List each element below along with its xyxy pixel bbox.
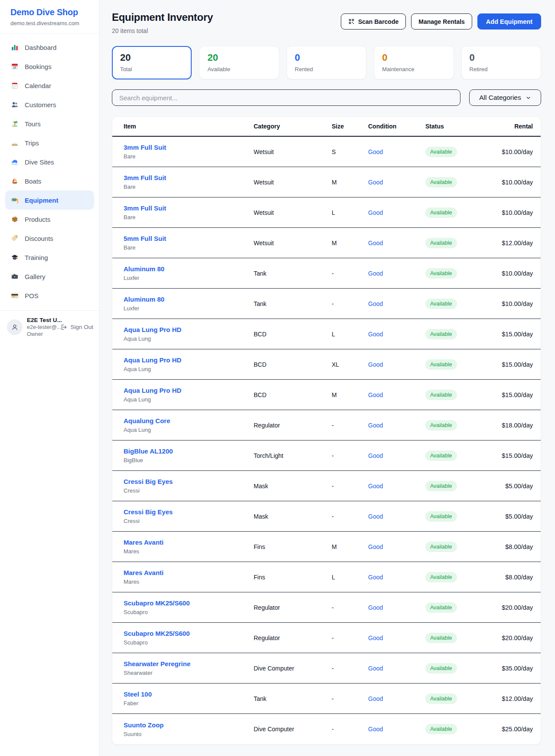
- equipment-size: L: [332, 331, 368, 338]
- sidebar-item-dashboard[interactable]: Dashboard: [5, 38, 94, 57]
- status-badge: Available: [425, 147, 457, 157]
- equipment-condition-link[interactable]: Good: [368, 422, 383, 429]
- equipment-item-link[interactable]: 3mm Full Suit: [124, 174, 166, 181]
- stat-value: 0: [295, 52, 358, 63]
- stat-value: 20: [207, 52, 271, 63]
- equipment-item-link[interactable]: Scubapro MK25/S600: [124, 630, 190, 637]
- equipment-item-brand: Cressi: [124, 518, 254, 524]
- column-header-category: Category: [254, 117, 332, 136]
- equipment-rental-rate: $18.00/day: [492, 422, 541, 429]
- status-badge: Available: [425, 177, 457, 187]
- users-icon: [10, 101, 19, 108]
- equipment-item-link[interactable]: Aqualung Core: [124, 417, 170, 424]
- table-header-row: Item Category Size Condition Status Rent…: [112, 117, 541, 137]
- page-header: Equipment Inventory 20 items total Scan …: [112, 11, 541, 34]
- table-row-aqua-lung-pro-hd-xl: Aqua Lung Pro HD Aqua Lung BCD XL Good A…: [112, 349, 541, 380]
- equipment-item-brand: Bare: [124, 214, 254, 220]
- chevron-down-icon: [526, 95, 531, 101]
- equipment-condition-link[interactable]: Good: [368, 452, 383, 459]
- stat-card-rented[interactable]: 0 Rented: [287, 46, 366, 79]
- stat-label: Available: [207, 66, 271, 72]
- equipment-item-link[interactable]: Steel 100: [124, 690, 152, 698]
- equipment-item-brand: Aqua Lung: [124, 396, 254, 403]
- equipment-size: -: [332, 483, 368, 490]
- equipment-category: Wetsuit: [254, 240, 332, 247]
- equipment-condition-link[interactable]: Good: [368, 179, 383, 186]
- equipment-condition-link[interactable]: Good: [368, 665, 383, 672]
- camera-icon: [10, 273, 19, 280]
- equipment-item-link[interactable]: Aluminum 80: [124, 296, 164, 303]
- equipment-condition-link[interactable]: Good: [368, 361, 383, 368]
- table-row-scubapro-mk25-s600-: Scubapro MK25/S600 Scubapro Regulator - …: [112, 592, 541, 623]
- status-badge: Available: [425, 390, 457, 400]
- sidebar-item-label: Equipment: [25, 197, 59, 204]
- manage-rentals-button[interactable]: Manage Rentals: [411, 13, 472, 30]
- equipment-condition-link[interactable]: Good: [368, 391, 383, 398]
- equipment-condition-link[interactable]: Good: [368, 300, 383, 307]
- table-row-5mm-full-suit-m: 5mm Full Suit Bare Wetsuit M Good Availa…: [112, 228, 541, 258]
- equipment-condition-link[interactable]: Good: [368, 240, 383, 247]
- add-equipment-button[interactable]: Add Equipment: [477, 13, 541, 30]
- add-equipment-label: Add Equipment: [486, 18, 532, 25]
- equipment-item-link[interactable]: Cressi Big Eyes: [124, 478, 173, 485]
- sidebar-item-products[interactable]: Products: [5, 210, 94, 229]
- sidebar-item-label: Boats: [25, 177, 41, 185]
- sidebar-item-customers[interactable]: Customers: [5, 95, 94, 114]
- equipment-item-link[interactable]: Aqua Lung Pro HD: [124, 356, 181, 364]
- sign-out-button[interactable]: Sign Out: [61, 324, 93, 331]
- equipment-condition-link[interactable]: Good: [368, 726, 383, 733]
- equipment-condition-link[interactable]: Good: [368, 270, 383, 277]
- sidebar-item-trips[interactable]: Trips: [5, 133, 94, 152]
- sidebar-item-label: Trips: [25, 139, 39, 147]
- sidebar-item-boats[interactable]: Boats: [5, 171, 94, 191]
- equipment-item-link[interactable]: 5mm Full Suit: [124, 235, 166, 242]
- equipment-size: M: [332, 543, 368, 550]
- equipment-item-brand: Suunto: [124, 731, 254, 737]
- sidebar-item-dive-sites[interactable]: Dive Sites: [5, 152, 94, 171]
- equipment-condition-link[interactable]: Good: [368, 574, 383, 581]
- sidebar-item-pos[interactable]: POS: [5, 286, 94, 305]
- equipment-item-link[interactable]: 3mm Full Suit: [124, 204, 166, 212]
- equipment-condition-link[interactable]: Good: [368, 513, 383, 520]
- stat-card-maintenance[interactable]: 0 Maintenance: [374, 46, 454, 79]
- equipment-condition-link[interactable]: Good: [368, 634, 383, 641]
- category-select[interactable]: All Categories: [469, 89, 541, 106]
- equipment-item-link[interactable]: BigBlue AL1200: [124, 447, 173, 455]
- sidebar-item-tours[interactable]: Tours: [5, 114, 94, 133]
- brand-block: Demo Dive Shop demo.test.divestreams.com: [0, 0, 99, 33]
- equipment-item-link[interactable]: Aluminum 80: [124, 265, 164, 273]
- equipment-item-link[interactable]: Shearwater Peregrine: [124, 660, 190, 667]
- equipment-item-link[interactable]: Cressi Big Eyes: [124, 508, 173, 516]
- equipment-item-link[interactable]: Scubapro MK25/S600: [124, 599, 190, 607]
- sidebar-item-equipment[interactable]: Equipment: [5, 191, 94, 210]
- equipment-item-link[interactable]: Aqua Lung Pro HD: [124, 387, 181, 394]
- sidebar-item-label: Dashboard: [25, 44, 56, 51]
- equipment-item-link[interactable]: Mares Avanti: [124, 569, 163, 576]
- sidebar-item-calendar[interactable]: Calendar: [5, 76, 94, 95]
- equipment-condition-link[interactable]: Good: [368, 331, 383, 338]
- stat-card-total[interactable]: 20 Total: [112, 46, 192, 79]
- equipment-condition-link[interactable]: Good: [368, 604, 383, 611]
- sidebar-item-bookings[interactable]: 17 Bookings: [5, 57, 94, 76]
- bar-chart-icon: [10, 43, 19, 51]
- scan-barcode-button[interactable]: Scan Barcode: [341, 13, 406, 30]
- equipment-condition-link[interactable]: Good: [368, 543, 383, 550]
- equipment-condition-link[interactable]: Good: [368, 483, 383, 490]
- search-input[interactable]: [112, 89, 460, 106]
- sidebar-item-gallery[interactable]: Gallery: [5, 267, 94, 286]
- sidebar-item-training[interactable]: Training: [5, 248, 94, 267]
- equipment-item-link[interactable]: Aqua Lung Pro HD: [124, 326, 181, 333]
- shop-name-link[interactable]: Demo Dive Shop: [10, 7, 89, 17]
- stat-card-retired[interactable]: 0 Retired: [461, 46, 541, 79]
- stat-card-available[interactable]: 20 Available: [199, 46, 279, 79]
- column-header-item: Item: [112, 117, 254, 136]
- column-header-size: Size: [332, 117, 368, 136]
- equipment-item-link[interactable]: 3mm Full Suit: [124, 144, 166, 151]
- sidebar-item-discounts[interactable]: Discounts: [5, 229, 94, 248]
- equipment-item-brand: Scubapro: [124, 639, 254, 646]
- equipment-condition-link[interactable]: Good: [368, 695, 383, 702]
- equipment-item-link[interactable]: Mares Avanti: [124, 539, 163, 546]
- equipment-item-link[interactable]: Suunto Zoop: [124, 721, 163, 729]
- equipment-condition-link[interactable]: Good: [368, 209, 383, 216]
- equipment-condition-link[interactable]: Good: [368, 148, 383, 155]
